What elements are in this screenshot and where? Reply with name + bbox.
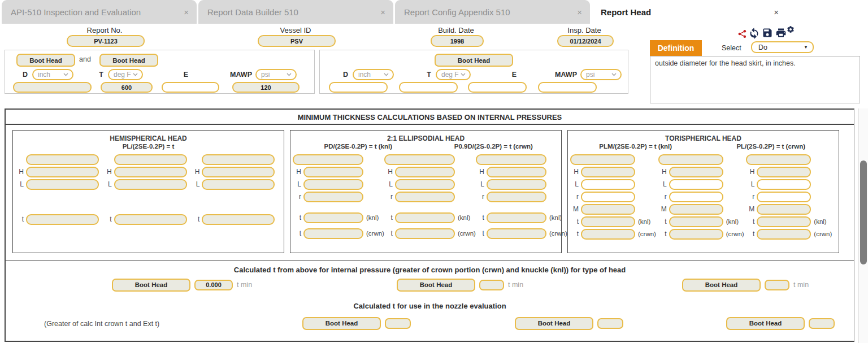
t-value-field[interactable] (385, 318, 411, 329)
tab-3[interactable]: Report Config Appendix 510× (395, 0, 590, 24)
H-field[interactable] (202, 167, 275, 177)
H-field[interactable] (26, 167, 99, 177)
H-field[interactable] (487, 167, 546, 177)
t-field[interactable] (303, 212, 363, 223)
H-field[interactable] (303, 167, 363, 177)
t-field[interactable] (669, 229, 723, 240)
t-value-field[interactable] (809, 318, 835, 329)
close-icon[interactable]: × (184, 7, 189, 17)
t-field[interactable] (395, 212, 455, 223)
d-unit-select[interactable]: inch (32, 69, 73, 80)
build-date-field[interactable]: 1998 (431, 35, 484, 47)
d-value-field[interactable] (13, 82, 92, 93)
t-value-field[interactable] (765, 280, 789, 290)
e-value-field[interactable] (468, 82, 527, 93)
close-icon[interactable]: × (774, 7, 779, 17)
tab-2[interactable]: Report Data Builder 510× (198, 0, 393, 24)
d-unit-select[interactable]: inch (353, 69, 394, 80)
head-value-field[interactable] (26, 154, 99, 165)
H-field[interactable] (757, 167, 811, 177)
r-field[interactable] (303, 192, 363, 202)
definition-text[interactable]: outside diameter for the head skirt, in … (650, 56, 860, 103)
close-icon[interactable]: × (380, 7, 385, 17)
t-unit-select[interactable]: deg F (436, 69, 471, 80)
H-field[interactable] (581, 167, 635, 177)
H-field[interactable] (114, 167, 187, 177)
t-field[interactable] (581, 216, 635, 227)
mawp-value-field[interactable] (538, 82, 597, 93)
boot-head-button[interactable]: Boot Head (515, 317, 593, 330)
head-value-field[interactable] (293, 154, 363, 165)
tab-1[interactable]: API-510 Inspection and Evaluation× (2, 0, 197, 24)
r-field[interactable] (395, 192, 455, 202)
definition-select[interactable]: Do ▼ (751, 41, 814, 53)
print-icon[interactable] (775, 27, 787, 38)
d-value-field[interactable] (329, 82, 388, 93)
t-field[interactable] (26, 214, 99, 225)
r-field[interactable] (757, 192, 811, 202)
boot-head-button[interactable]: Boot Head (302, 317, 381, 330)
e-value-field[interactable] (162, 82, 219, 93)
t-field[interactable] (114, 214, 187, 225)
gear-icon[interactable] (787, 25, 795, 33)
H-field[interactable] (669, 167, 723, 177)
head-value-field[interactable] (476, 154, 546, 165)
boot-head-button[interactable]: Boot Head (435, 54, 513, 67)
boot-head-button[interactable]: Boot Head (682, 279, 761, 292)
t-value-field[interactable]: 0.000 (194, 280, 233, 290)
report-no-field[interactable]: PV-1123 (67, 35, 145, 47)
head-value-field[interactable] (658, 154, 723, 165)
L-field[interactable] (395, 179, 455, 190)
head-value-field[interactable] (384, 154, 455, 165)
boot-head-button[interactable]: Boot Head (16, 54, 75, 67)
close-icon[interactable]: × (577, 7, 582, 17)
M-field[interactable] (669, 204, 723, 215)
M-field[interactable] (757, 204, 811, 215)
t-value-field[interactable]: 600 (101, 82, 153, 93)
boot-head-button[interactable]: Boot Head (99, 54, 158, 67)
head-value-field[interactable] (202, 154, 275, 165)
M-field[interactable] (581, 204, 635, 215)
save-icon[interactable] (762, 27, 773, 38)
t-unit-select[interactable]: deg F (108, 69, 143, 80)
r-field[interactable] (669, 192, 723, 202)
vessel-id-field[interactable]: PSV (258, 35, 336, 47)
head-value-field[interactable] (570, 154, 635, 165)
boot-head-button[interactable]: Boot Head (397, 279, 475, 292)
L-field[interactable] (202, 179, 275, 190)
boot-head-button[interactable]: Boot Head (112, 279, 190, 292)
boot-head-button[interactable]: Boot Head (726, 317, 805, 330)
t-field[interactable] (395, 228, 455, 239)
r-field[interactable] (487, 192, 546, 202)
t-field[interactable] (303, 228, 363, 239)
t-field[interactable] (487, 212, 546, 223)
t-field[interactable] (757, 216, 811, 227)
t-value-field[interactable] (479, 280, 504, 290)
t-field[interactable] (757, 229, 811, 240)
definition-tab[interactable]: Definition (650, 40, 702, 56)
scrollbar-thumb[interactable] (860, 160, 867, 264)
mawp-unit-select[interactable]: psi (255, 69, 297, 80)
insp-date-field[interactable]: 01/12/2024 (557, 35, 614, 47)
H-field[interactable] (395, 167, 455, 177)
L-field[interactable] (114, 179, 187, 190)
share-icon[interactable] (738, 29, 747, 38)
t-value-field[interactable] (399, 82, 458, 93)
mawp-unit-select[interactable]: psi (580, 69, 622, 80)
t-field[interactable] (487, 228, 546, 239)
refresh-icon[interactable] (748, 27, 760, 39)
L-field[interactable] (303, 179, 363, 190)
r-field[interactable] (581, 192, 635, 202)
t-field[interactable] (581, 229, 635, 240)
mawp-value-field[interactable]: 120 (232, 82, 300, 93)
L-field[interactable] (26, 179, 99, 190)
t-value-field[interactable] (597, 318, 623, 329)
head-value-field[interactable] (746, 154, 811, 165)
L-field[interactable] (581, 179, 635, 190)
t-field[interactable] (202, 214, 275, 225)
head-value-field[interactable] (114, 154, 187, 165)
L-field[interactable] (487, 179, 546, 190)
t-field[interactable] (669, 216, 723, 227)
vertical-scrollbar[interactable] (858, 108, 868, 343)
L-field[interactable] (669, 179, 723, 190)
